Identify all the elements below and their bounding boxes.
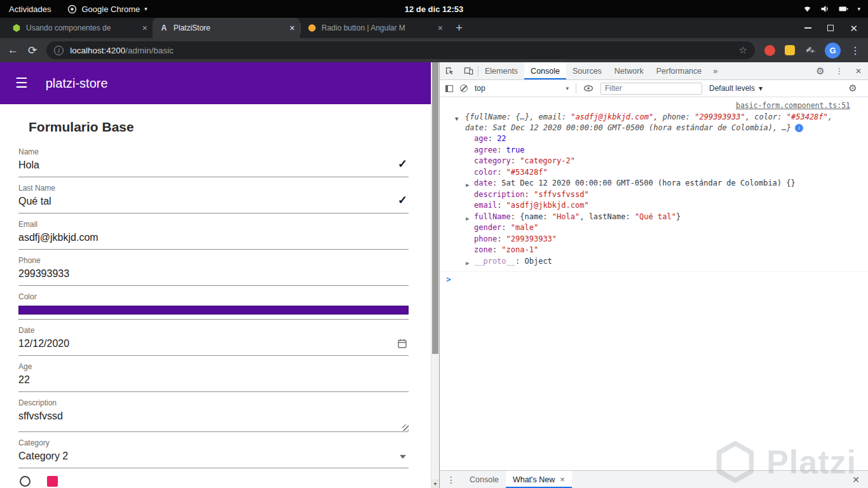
device-toolbar-icon[interactable]: [459, 62, 478, 79]
field-label: Email: [18, 220, 409, 229]
devtools-close-icon[interactable]: ✕: [849, 67, 868, 76]
console-property[interactable]: ▶ __proto__: Object: [440, 256, 868, 268]
console-property[interactable]: age: 22: [440, 133, 868, 145]
color-swatch[interactable]: [18, 306, 409, 315]
angular-material-favicon: [308, 24, 316, 32]
source-link[interactable]: basic-form.component.ts:51: [440, 98, 868, 111]
field-label: Description: [18, 398, 409, 407]
hamburger-menu-icon[interactable]: ☰: [15, 75, 28, 92]
volume-icon: [820, 4, 830, 13]
more-tabs-icon[interactable]: »: [708, 66, 722, 76]
reload-icon[interactable]: ⟳: [28, 44, 37, 57]
resize-grip-icon[interactable]: [402, 424, 409, 431]
platzistore-favicon: A: [159, 24, 168, 32]
console-property[interactable]: ▶ date: Sat Dec 12 2020 00:00:00 GMT-050…: [440, 178, 868, 189]
restore-icon[interactable]: [827, 25, 834, 31]
email-input[interactable]: asdfj@jkbkjd.com: [18, 229, 409, 250]
name-input[interactable]: Hola: [18, 156, 409, 177]
tab-performance[interactable]: Performance: [650, 62, 709, 79]
log-levels-selector[interactable]: Default levels ▾: [709, 84, 763, 93]
info-icon[interactable]: i: [795, 124, 803, 132]
profile-avatar[interactable]: G: [825, 43, 841, 58]
extensions-puzzle-icon[interactable]: [804, 45, 815, 56]
expand-arrow-icon[interactable]: ▼: [455, 114, 458, 125]
back-icon[interactable]: ←: [8, 44, 18, 57]
console-toolbar: top ▾ Default levels ▾ ⚙: [440, 80, 868, 97]
color-field: Color: [18, 292, 409, 320]
calendar-icon[interactable]: [398, 339, 407, 348]
console-property[interactable]: email: "asdfj@jkbkjd.com": [440, 200, 868, 212]
devtools-controls: ⚙ ⋮ ✕: [811, 65, 868, 77]
console-output: basic-form.component.ts:51 ▼ {fullName: …: [440, 98, 868, 470]
category-field: Category Category 2: [18, 438, 409, 468]
tab-console[interactable]: Console: [524, 62, 566, 79]
radio-button[interactable]: [20, 476, 31, 487]
date-input[interactable]: 12/12/2020: [18, 335, 409, 356]
page-scrollbar[interactable]: ▼: [431, 62, 439, 488]
console-property[interactable]: zone: "zona-1": [440, 245, 868, 256]
tab-close-icon[interactable]: ×: [438, 24, 443, 32]
expand-arrow-icon[interactable]: ▶: [466, 258, 469, 269]
eye-icon[interactable]: [583, 85, 593, 92]
console-settings-icon[interactable]: ⚙: [843, 83, 862, 94]
color-input[interactable]: [18, 301, 409, 320]
drawer-tab-whats-new[interactable]: What's New ×: [506, 471, 572, 488]
tab-platzistore[interactable]: A PlatziStore ×: [153, 18, 300, 38]
ubuntu-top-bar: Actividades Google Chrome ▾ 12 de dic 12…: [0, 0, 868, 18]
app-menu[interactable]: Google Chrome ▾: [67, 4, 147, 14]
console-property[interactable]: description: "sffvsfvssd": [440, 189, 868, 201]
new-tab-button[interactable]: +: [456, 21, 463, 35]
minimize-icon[interactable]: [804, 27, 811, 29]
tab-elements[interactable]: Elements: [478, 62, 524, 79]
tab-sources[interactable]: Sources: [566, 62, 608, 79]
scrollbar-down-icon[interactable]: ▼: [431, 479, 439, 488]
console-property[interactable]: agree: true: [440, 145, 868, 156]
tab-close-icon[interactable]: ×: [142, 24, 147, 32]
inspect-element-icon[interactable]: [440, 62, 459, 79]
scrollbar-thumb[interactable]: [432, 62, 438, 354]
age-input[interactable]: 22: [18, 371, 409, 392]
console-prompt[interactable]: >: [440, 271, 868, 285]
tab-network[interactable]: Network: [608, 62, 650, 79]
system-status-area[interactable]: ▾: [803, 4, 860, 13]
close-window-icon[interactable]: ✕: [850, 24, 858, 33]
console-property[interactable]: category: "category-2": [440, 156, 868, 167]
drawer-tab-close-icon[interactable]: ×: [560, 475, 565, 484]
console-sidebar-icon[interactable]: [445, 85, 453, 92]
address-bar[interactable]: i localhost:4200/admin/basic ☆: [46, 41, 755, 59]
clear-console-icon[interactable]: [460, 85, 468, 92]
devtools-menu-icon[interactable]: ⋮: [830, 67, 849, 76]
description-textarea[interactable]: sffvsfvssd: [18, 407, 409, 432]
age-field: Age 22: [18, 362, 409, 392]
extension-icon[interactable]: [785, 45, 795, 55]
drawer-tab-console[interactable]: Console: [463, 471, 506, 488]
context-selector[interactable]: top ▾: [475, 84, 569, 93]
agree-checkbox[interactable]: [47, 476, 58, 487]
drawer-menu-icon[interactable]: ⋮: [440, 475, 463, 485]
drawer-close-icon[interactable]: ✕: [844, 475, 868, 485]
field-label: Last Name: [18, 184, 409, 193]
console-message[interactable]: ▼ {fullName: {…}, email: "asdfj@jkbkjd.c…: [440, 111, 868, 133]
console-property[interactable]: ▶ fullName: {name: "Hola", lastName: "Qu…: [440, 212, 868, 223]
filter-input[interactable]: [600, 83, 702, 95]
activities-button[interactable]: Actividades: [9, 4, 51, 14]
bookmark-star-icon[interactable]: ☆: [739, 44, 747, 56]
console-property[interactable]: gender: "male": [440, 222, 868, 234]
console-property[interactable]: phone: "299393933": [440, 234, 868, 245]
browser-menu-icon[interactable]: ⋮: [850, 44, 860, 57]
chevron-down-icon: ▾: [144, 6, 147, 12]
tab-usando-componentes[interactable]: Usando componentes de ×: [5, 18, 153, 38]
settings-gear-icon[interactable]: ⚙: [811, 65, 830, 77]
phone-input[interactable]: 299393933: [18, 265, 409, 286]
tab-radio-button[interactable]: Radio button | Angular M ×: [301, 18, 448, 38]
devtools-drawer: ⋮ Console What's New × ✕: [440, 470, 868, 488]
base-form: Formulario Base Name Hola ✓ Last Name Qu…: [0, 104, 431, 487]
lastname-input[interactable]: Qué tal: [18, 193, 409, 214]
category-select[interactable]: Category 2: [18, 447, 409, 468]
console-property[interactable]: color: "#53428f": [440, 167, 868, 179]
adblock-extension-icon[interactable]: [764, 45, 775, 56]
tab-close-icon[interactable]: ×: [290, 24, 295, 32]
prompt-chevron-icon: >: [446, 274, 451, 284]
select-arrow-icon: [400, 455, 406, 459]
site-info-icon[interactable]: i: [54, 46, 64, 55]
